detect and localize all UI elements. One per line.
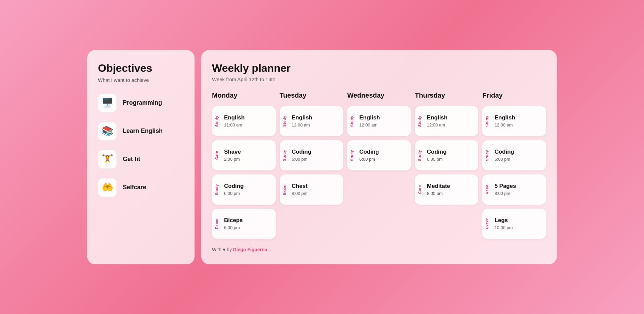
task-name-friday-3: Legs <box>494 217 513 224</box>
task-tag-friday-3: Excer <box>482 213 492 235</box>
objective-label-programming: Programming <box>123 99 162 106</box>
task-tag-friday-0: Study <box>482 110 492 132</box>
task-content-friday-2: 5 Pages 8:00 pm <box>492 178 519 201</box>
day-column-wednesday: Wednesday Study English 12:00 am Study C… <box>347 92 411 239</box>
task-time-tuesday-2: 8:00 pm <box>292 191 308 196</box>
day-column-monday: Monday Study English 11:00 am Care Shave… <box>212 92 276 239</box>
objectives-list: 🖥️ Programming 📚 Learn English 🏋️ Get fi… <box>98 94 184 197</box>
task-card-tuesday-1: Study Coding 6:00 pm <box>280 140 343 170</box>
task-name-thursday-0: English <box>427 114 447 121</box>
task-card-tuesday-2: Excer Chest 8:00 pm <box>280 174 343 205</box>
task-content-thursday-2: Meditate 8:00 pm <box>424 178 453 201</box>
objective-icon-selfcare: 🤲 <box>98 178 117 197</box>
day-header-thursday: Thursday <box>415 92 479 99</box>
task-name-tuesday-0: English <box>292 114 312 121</box>
task-tag-monday-3: Excer <box>212 213 221 235</box>
objective-label-selfcare: Selfcare <box>123 184 146 191</box>
task-time-tuesday-1: 6:00 pm <box>292 157 312 162</box>
task-time-monday-1: 2:00 pm <box>224 157 241 162</box>
task-name-monday-1: Shave <box>224 149 241 155</box>
objectives-panel: Objectives What I want to achieve 🖥️ Pro… <box>87 50 195 264</box>
task-name-friday-1: Coding <box>494 149 514 155</box>
footer-author: Diego Figueroa <box>233 247 267 252</box>
task-name-thursday-2: Meditate <box>427 183 450 190</box>
task-tag-wednesday-0: Study <box>347 110 357 132</box>
main-container: Objectives What I want to achieve 🖥️ Pro… <box>87 50 557 264</box>
task-name-tuesday-1: Coding <box>292 149 312 155</box>
task-card-monday-0: Study English 11:00 am <box>212 106 276 136</box>
task-tag-friday-2: Read <box>482 178 492 201</box>
task-time-thursday-2: 8:00 pm <box>427 191 450 196</box>
planner-grid: Monday Study English 11:00 am Care Shave… <box>212 92 546 239</box>
task-name-monday-3: Biceps <box>224 217 243 224</box>
task-content-tuesday-0: English 12:00 am <box>289 110 315 132</box>
day-header-friday: Friday <box>482 92 546 99</box>
task-content-monday-3: Biceps 6:00 pm <box>221 213 246 235</box>
objective-icon-programming: 🖥️ <box>98 94 117 112</box>
task-card-monday-3: Excer Biceps 6:00 pm <box>212 209 276 239</box>
task-card-thursday-2: Care Meditate 8:00 pm <box>415 174 479 205</box>
task-card-tuesday-0: Study English 12:00 am <box>280 106 343 136</box>
task-time-friday-1: 6:00 pm <box>494 157 514 162</box>
task-tag-tuesday-2: Excer <box>280 178 289 201</box>
task-time-thursday-1: 6:00 pm <box>427 157 447 162</box>
task-content-wednesday-0: English 12:00 am <box>357 110 382 132</box>
objective-label-learn-english: Learn English <box>123 127 163 135</box>
planner-week: Week from April 12th to 16th <box>212 76 546 82</box>
task-tag-tuesday-0: Study <box>280 110 289 132</box>
task-content-thursday-1: Coding 6:00 pm <box>424 144 449 166</box>
task-time-friday-3: 10:00 pm <box>494 225 513 230</box>
task-name-wednesday-0: English <box>359 114 380 121</box>
objective-item-get-fit: 🏋️ Get fit <box>98 150 184 169</box>
task-tag-thursday-0: Study <box>415 110 424 132</box>
task-content-thursday-0: English 12:00 am <box>424 110 450 132</box>
task-card-monday-2: Study Coding 6:00 pm <box>212 174 276 205</box>
task-content-friday-0: English 12:00 am <box>492 110 518 132</box>
objective-item-learn-english: 📚 Learn English <box>98 122 184 141</box>
day-column-tuesday: Tuesday Study English 12:00 am Study Cod… <box>280 92 343 239</box>
task-time-monday-2: 6:00 pm <box>224 191 244 196</box>
task-card-monday-1: Care Shave 2:00 pm <box>212 140 276 170</box>
task-time-tuesday-0: 12:00 am <box>292 122 312 127</box>
day-header-tuesday: Tuesday <box>280 92 343 99</box>
task-time-friday-0: 12:00 am <box>494 122 515 127</box>
task-time-monday-0: 11:00 am <box>224 122 245 127</box>
task-card-friday-0: Study English 12:00 am <box>482 106 546 136</box>
task-tag-thursday-2: Care <box>415 178 424 201</box>
task-card-wednesday-0: Study English 12:00 am <box>347 106 411 136</box>
task-tag-tuesday-1: Study <box>280 144 289 166</box>
task-name-thursday-1: Coding <box>427 149 447 155</box>
task-tag-monday-0: Study <box>212 110 221 132</box>
task-name-monday-0: English <box>224 114 245 121</box>
task-time-thursday-0: 12:00 am <box>427 122 447 127</box>
task-content-tuesday-2: Chest 8:00 pm <box>289 178 310 201</box>
task-content-friday-1: Coding 6:00 pm <box>492 144 517 166</box>
objective-item-selfcare: 🤲 Selfcare <box>98 178 184 197</box>
objective-icon-get-fit: 🏋️ <box>98 150 117 169</box>
task-card-friday-1: Study Coding 6:00 pm <box>482 140 546 170</box>
task-card-friday-2: Read 5 Pages 8:00 pm <box>482 174 546 205</box>
planner-panel: Weekly planner Week from April 12th to 1… <box>201 50 557 264</box>
day-column-thursday: Thursday Study English 12:00 am Study Co… <box>415 92 479 239</box>
task-content-friday-3: Legs 10:00 pm <box>492 213 515 235</box>
task-card-thursday-0: Study English 12:00 am <box>415 106 479 136</box>
objective-icon-learn-english: 📚 <box>98 122 117 141</box>
objectives-subtitle: What I want to achieve <box>98 77 184 83</box>
task-time-monday-3: 6:00 pm <box>224 225 243 230</box>
task-name-friday-0: English <box>494 114 515 121</box>
task-content-monday-0: English 11:00 am <box>221 110 247 132</box>
task-name-friday-2: 5 Pages <box>494 183 516 190</box>
task-tag-wednesday-1: Study <box>347 144 357 166</box>
day-column-friday: Friday Study English 12:00 am Study Codi… <box>482 92 546 239</box>
task-tag-monday-1: Care <box>212 144 221 166</box>
task-card-wednesday-1: Study Coding 6:00 pm <box>347 140 411 170</box>
planner-title: Weekly planner <box>212 62 546 74</box>
task-name-monday-2: Coding <box>224 183 244 190</box>
objective-label-get-fit: Get fit <box>123 156 140 163</box>
task-content-wednesday-1: Coding 6:00 pm <box>357 144 382 166</box>
task-time-wednesday-1: 6:00 pm <box>359 157 379 162</box>
task-time-wednesday-0: 12:00 am <box>359 122 380 127</box>
task-content-tuesday-1: Coding 6:00 pm <box>289 144 314 166</box>
objective-item-programming: 🖥️ Programming <box>98 94 184 112</box>
task-time-friday-2: 8:00 pm <box>494 191 516 196</box>
